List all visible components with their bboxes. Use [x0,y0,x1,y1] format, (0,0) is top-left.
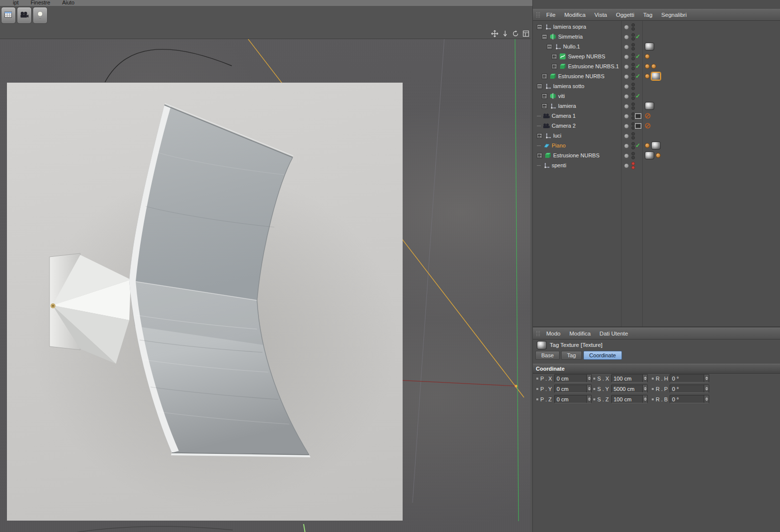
visibility-dot-render[interactable] [631,146,635,149]
layer-dot[interactable] [624,35,629,40]
visibility-dot-render[interactable] [631,67,635,70]
field-checkbox[interactable] [536,377,539,380]
phong-tag[interactable] [645,64,650,69]
object-label[interactable]: Estrusione NURBS [553,152,600,158]
om-menu-segnalibri[interactable]: Segnalibri [657,12,691,18]
layer-dot[interactable] [624,134,629,139]
expander-plus-icon[interactable] [542,103,547,109]
field-value[interactable]: 100 cm [612,396,642,402]
visibility-dot-editor[interactable] [631,122,635,126]
visibility-dot-render[interactable] [631,37,635,41]
field-input[interactable]: 0 ° [670,385,709,393]
camera-view-toggle-icon[interactable] [635,123,641,129]
object-label[interactable]: lamiera [558,103,576,109]
visibility-dot-render[interactable] [631,136,635,140]
field-checkbox[interactable] [536,398,539,401]
field-value[interactable]: 0 cm [555,376,586,382]
field-input[interactable]: 0 cm [554,385,592,393]
tree-row-simmetria[interactable]: Simmetria✓ [533,32,780,42]
object-label[interactable]: Camera 1 [552,113,575,119]
om-menu-modifica[interactable]: Modifica [560,12,590,18]
layer-dot[interactable] [624,104,629,109]
tab-base[interactable]: Base [535,351,560,360]
field-value[interactable]: 0 ° [670,396,704,402]
enabled-check-icon[interactable]: ✓ [635,142,640,149]
tree-row-lamiera-sopra[interactable]: lamiera sopra [533,22,780,32]
panel-grip-icon[interactable] [536,12,541,18]
field-input[interactable]: 100 cm [611,395,648,403]
layer-dot[interactable] [624,45,629,49]
tree-row-camera-2[interactable]: Camera 2 [533,121,780,131]
field-input[interactable]: 100 cm [611,374,648,383]
stepper[interactable] [586,375,591,382]
field-checkbox[interactable] [593,387,596,390]
texture-tag-selected[interactable] [651,72,661,80]
expander-minus-icon[interactable] [537,24,542,30]
visibility-dot-editor[interactable] [631,112,635,116]
object-label[interactable]: lamiera sotto [553,83,584,89]
visibility-dot-render[interactable] [631,57,635,60]
toolbar-button-camera-tool[interactable] [17,7,32,24]
layer-dot[interactable] [624,25,629,30]
viewport-maximize-button[interactable] [521,30,530,38]
tree-row-estrusione-nurbs[interactable]: Estrusione NURBS [533,150,780,160]
layer-dot[interactable] [624,84,629,89]
texture-tag[interactable] [645,43,654,50]
field-input[interactable]: 0 ° [670,374,709,383]
stepper[interactable] [586,395,591,403]
visibility-dot-render[interactable] [631,166,635,169]
visibility-dot-render[interactable] [631,116,635,120]
phong-tag[interactable] [645,143,650,148]
texture-tag[interactable] [645,102,654,110]
visibility-dot-editor[interactable] [631,162,635,165]
am-menu-modo[interactable]: Modo [542,331,565,337]
field-checkbox[interactable] [651,377,654,380]
expander-minus-icon[interactable] [542,34,547,40]
menubar-item-aiuto[interactable]: Aiuto [62,0,74,5]
visibility-dot-editor[interactable] [631,63,635,66]
am-menu-modifica[interactable]: Modifica [565,331,595,337]
visibility-dot-editor[interactable] [631,53,635,56]
object-label[interactable]: spenti [552,162,566,168]
panel-grip-icon[interactable] [536,331,541,337]
stepper[interactable] [704,375,709,382]
visibility-dot-editor[interactable] [631,102,635,106]
object-label[interactable]: Estrusione NURBS.1 [568,63,619,69]
visibility-dot-render[interactable] [631,156,635,159]
layer-dot[interactable] [624,163,629,168]
layer-dot[interactable] [624,94,629,99]
field-checkbox[interactable] [651,387,654,390]
field-value[interactable]: 0 cm [555,396,586,402]
layer-dot[interactable] [624,64,629,69]
object-label[interactable]: Estrusione NURBS [558,73,605,79]
enabled-check-icon[interactable]: ✓ [635,62,640,70]
enabled-check-icon[interactable]: ✓ [635,92,640,100]
texture-tag[interactable] [645,151,654,159]
tree-row-estrusione-nurbs-1[interactable]: Estrusione NURBS.1✓ [533,61,780,71]
visibility-dot-editor[interactable] [631,142,635,145]
tree-row-spenti[interactable]: spenti [533,160,780,170]
expander-plus-icon[interactable] [552,64,557,69]
visibility-dot-render[interactable] [631,77,635,80]
layer-dot[interactable] [624,153,629,158]
viewport-zoom-button[interactable] [501,30,509,38]
visibility-dot-editor[interactable] [631,132,635,136]
enabled-check-icon[interactable]: ✓ [635,72,640,80]
expander-plus-icon[interactable] [542,94,547,99]
stepper[interactable] [704,395,709,403]
object-label[interactable]: luci [553,133,562,139]
field-input[interactable]: 0 cm [554,374,592,383]
menubar-item-finestre[interactable]: Finestre [31,0,51,5]
field-value[interactable]: 0 ° [670,386,704,392]
enabled-check-icon[interactable]: ✓ [635,33,640,41]
object-label[interactable]: lamiera sopra [553,24,586,30]
visibility-dot-render[interactable] [631,87,635,90]
expander-plus-icon[interactable] [552,54,557,59]
tab-coordinate[interactable]: Coordinate [583,351,622,360]
field-input[interactable]: 0 cm [554,395,592,403]
stepper[interactable] [642,375,647,382]
tab-tag[interactable]: Tag [561,351,582,360]
visibility-dot-render[interactable] [631,27,635,31]
field-checkbox[interactable] [536,387,539,390]
tree-row-nullo-1[interactable]: Nullo.1 [533,42,780,51]
